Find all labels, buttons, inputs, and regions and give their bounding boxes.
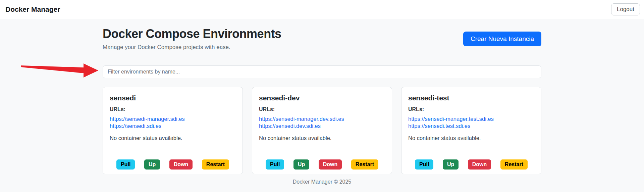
restart-button[interactable]: Restart	[500, 159, 528, 170]
urls-label: URLs:	[408, 106, 534, 112]
container-status-text: No container status available.	[259, 135, 385, 141]
page-subtitle: Manage your Docker Compose projects with…	[103, 44, 281, 51]
environment-card-sensedi-test: sensedi-test URLs: https://sensedi-manag…	[401, 87, 541, 174]
url-link[interactable]: https://sensedi.sdi.es	[110, 123, 236, 130]
url-link[interactable]: https://sensedi-manager.sdi.es	[110, 115, 236, 123]
app-title: Docker Manager	[5, 5, 60, 13]
environment-card-sensedi: sensedi URLs: https://sensedi-manager.sd…	[103, 87, 243, 174]
down-button[interactable]: Down	[468, 159, 491, 170]
urls-label: URLs:	[110, 106, 236, 112]
card-body: sensedi-dev URLs: https://sensedi-manage…	[252, 87, 392, 155]
card-actions: Pull Up Down Restart	[252, 155, 392, 174]
app-header: Docker Manager Logout	[0, 0, 644, 19]
container-status-text: No container status available.	[110, 135, 236, 141]
up-button[interactable]: Up	[144, 159, 160, 170]
card-actions: Pull Up Down Restart	[103, 155, 243, 174]
down-button[interactable]: Down	[169, 159, 193, 170]
page-header: Docker Compose Environments Manage your …	[103, 27, 541, 51]
restart-button[interactable]: Restart	[202, 159, 229, 170]
main-content: Docker Compose Environments Manage your …	[103, 27, 541, 185]
environment-name: sensedi-test	[408, 94, 534, 102]
page-header-text: Docker Compose Environments Manage your …	[103, 27, 281, 51]
card-body: sensedi URLs: https://sensedi-manager.sd…	[103, 87, 243, 155]
url-link[interactable]: https://sensedi-manager.dev.sdi.es	[259, 115, 385, 123]
container-status-text: No container status available.	[408, 135, 534, 141]
url-link[interactable]: https://sensedi.dev.sdi.es	[259, 123, 385, 130]
filter-environments-input[interactable]	[103, 65, 541, 78]
environment-name: sensedi	[110, 94, 236, 102]
pull-button[interactable]: Pull	[415, 159, 433, 170]
logout-button[interactable]: Logout	[611, 3, 640, 15]
url-link[interactable]: https://sensedi.test.sdi.es	[408, 123, 534, 130]
down-button[interactable]: Down	[319, 159, 342, 170]
footer-text: Docker Manager © 2025	[103, 179, 541, 185]
pull-button[interactable]: Pull	[266, 159, 284, 170]
environment-cards-grid: sensedi URLs: https://sensedi-manager.sd…	[103, 87, 541, 174]
red-arrow-icon	[21, 63, 99, 78]
restart-button[interactable]: Restart	[351, 159, 378, 170]
urls-label: URLs:	[259, 106, 385, 112]
environment-card-sensedi-dev: sensedi-dev URLs: https://sensedi-manage…	[252, 87, 392, 174]
card-body: sensedi-test URLs: https://sensedi-manag…	[401, 87, 541, 155]
up-button[interactable]: Up	[443, 159, 459, 170]
environment-name: sensedi-dev	[259, 94, 385, 102]
pull-button[interactable]: Pull	[116, 159, 135, 170]
filter-section	[103, 65, 541, 78]
card-actions: Pull Up Down Restart	[401, 155, 541, 174]
page-title: Docker Compose Environments	[103, 27, 281, 41]
up-button[interactable]: Up	[293, 159, 309, 170]
create-new-instance-button[interactable]: Crear Nueva Instancia	[463, 32, 541, 46]
url-link[interactable]: https://sensedi-manager.test.sdi.es	[408, 115, 534, 123]
